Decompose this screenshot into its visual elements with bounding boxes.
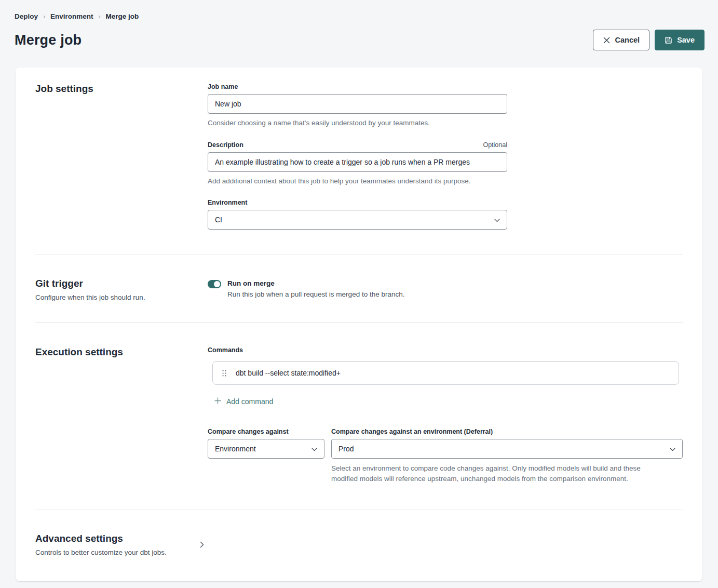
environment-select[interactable]: CI — [208, 210, 507, 230]
chevron-down-icon — [670, 445, 675, 453]
job-name-label: Job name — [208, 83, 238, 90]
job-settings-card: Job settings Job name Consider choosing … — [16, 68, 702, 581]
deferral-select-value: Prod — [338, 445, 354, 453]
run-on-merge-label: Run on merge — [227, 279, 404, 287]
breadcrumb-separator-icon: › — [43, 13, 45, 20]
execution-settings-heading: Execution settings — [35, 346, 208, 358]
cancel-button[interactable]: Cancel — [593, 30, 650, 50]
cancel-button-label: Cancel — [615, 36, 640, 44]
breadcrumb-separator-icon: › — [99, 13, 101, 20]
git-trigger-heading: Git trigger — [35, 278, 208, 289]
section-git-trigger: Git trigger Configure when this job shou… — [35, 255, 683, 323]
advanced-settings-heading: Advanced settings — [35, 533, 198, 544]
deferral-label: Compare changes against an environment (… — [331, 428, 493, 435]
command-input[interactable]: dbt build --select state:modified+ — [236, 369, 341, 377]
save-icon — [665, 36, 672, 44]
job-name-field-group: Job name Consider choosing a name that's… — [208, 83, 507, 128]
description-field-group: Description Optional Add additional cont… — [208, 141, 507, 186]
chevron-right-icon[interactable] — [198, 539, 206, 550]
description-input[interactable] — [208, 152, 507, 172]
compare-against-label: Compare changes against — [208, 428, 289, 435]
compare-against-select[interactable]: Environment — [208, 439, 324, 459]
environment-select-value: CI — [215, 216, 222, 224]
deferral-select[interactable]: Prod — [331, 439, 683, 459]
deferral-field-group: Compare changes against an environment (… — [331, 428, 683, 485]
section-advanced-settings: Advanced settings Controls to better cus… — [35, 510, 683, 581]
job-name-input[interactable] — [208, 94, 507, 114]
description-label: Description — [208, 141, 243, 149]
breadcrumb-environment[interactable]: Environment — [50, 12, 93, 20]
chevron-down-icon — [494, 216, 500, 224]
section-execution-settings: Execution settings Commands dbt build --… — [35, 323, 683, 510]
add-command-label: Add command — [226, 397, 273, 406]
deferral-helper: Select an environment to compare code ch… — [331, 463, 668, 485]
close-icon — [603, 36, 611, 44]
environment-field-group: Environment CI — [208, 199, 507, 230]
toggle-knob — [214, 281, 220, 287]
drag-handle-icon[interactable] — [221, 368, 227, 379]
compare-against-select-value: Environment — [215, 445, 256, 453]
section-job-settings: Job settings Job name Consider choosing … — [35, 68, 683, 255]
page-title: Merge job — [15, 32, 82, 48]
plus-icon — [214, 397, 221, 406]
breadcrumb: Deploy › Environment › Merge job — [15, 12, 703, 20]
breadcrumb-deploy[interactable]: Deploy — [15, 12, 38, 20]
save-button[interactable]: Save — [655, 30, 705, 50]
commands-label: Commands — [208, 346, 683, 354]
environment-label: Environment — [208, 199, 247, 206]
job-name-helper: Consider choosing a name that's easily u… — [208, 118, 507, 128]
breadcrumb-merge-job: Merge job — [106, 12, 139, 20]
chevron-down-icon — [311, 445, 317, 453]
description-optional-badge: Optional — [483, 141, 507, 149]
add-command-button[interactable]: Add command — [214, 397, 273, 406]
compare-against-field-group: Compare changes against Environment — [208, 428, 324, 485]
git-trigger-subheading: Configure when this job should run. — [35, 293, 208, 301]
command-row: dbt build --select state:modified+ — [212, 361, 679, 385]
save-button-label: Save — [677, 36, 695, 44]
run-on-merge-description: Run this job when a pull request is merg… — [227, 290, 404, 298]
header-actions: Cancel Save — [593, 30, 705, 50]
top-bar: Deploy › Environment › Merge job Merge j… — [0, 0, 718, 50]
advanced-settings-subheading: Controls to better customize your dbt jo… — [35, 549, 198, 556]
run-on-merge-toggle[interactable] — [208, 280, 221, 288]
description-helper: Add additional context about this job to… — [208, 176, 507, 186]
job-settings-heading: Job settings — [35, 83, 208, 95]
